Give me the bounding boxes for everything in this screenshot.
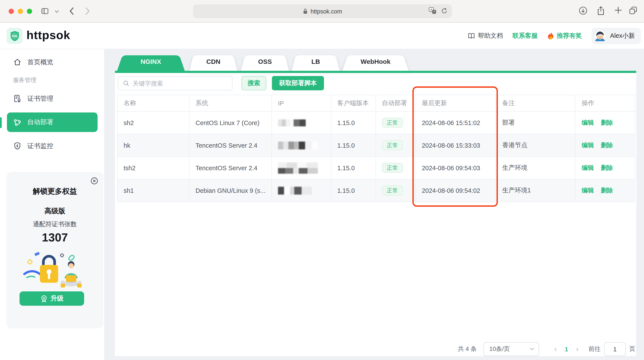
forward-button[interactable] bbox=[85, 7, 90, 15]
downloads-icon[interactable] bbox=[578, 6, 588, 15]
table-row: tsh2 TencentOS Server 2.4 1.15.0 正常 2024… bbox=[117, 156, 635, 179]
cell-os: TencentOS Server 2.4 bbox=[189, 134, 272, 156]
tab-label: LB bbox=[292, 52, 340, 71]
current-page[interactable]: 1 bbox=[561, 345, 572, 352]
status-badge: 正常 bbox=[382, 163, 403, 173]
edit-link[interactable]: 编辑 bbox=[582, 119, 594, 126]
help-docs-link[interactable]: 帮助文档 bbox=[468, 32, 503, 40]
upgrade-promo-card: 解锁更多权益 高级版 通配符证书张数 1307 bbox=[6, 172, 103, 328]
delete-link[interactable]: 删除 bbox=[601, 164, 613, 171]
deploy-icon bbox=[13, 118, 22, 127]
active-indicator bbox=[0, 117, 2, 128]
total-count: 共 4 条 bbox=[458, 345, 476, 353]
window-minimize-button[interactable] bbox=[18, 9, 23, 14]
promo-quota-label: 通配符证书张数 bbox=[6, 220, 103, 228]
tab-cdn[interactable]: CDN bbox=[190, 52, 237, 71]
redacted-ip bbox=[278, 187, 312, 194]
svg-text:A: A bbox=[430, 8, 432, 11]
brand-logo[interactable]: SSL bbox=[6, 28, 22, 44]
sidebar-section-label: 服务管理 bbox=[13, 76, 36, 84]
sidebar-item-cert-management[interactable]: 证书管理 bbox=[0, 92, 104, 106]
sidebar-item-label: 自动部署 bbox=[27, 118, 53, 126]
book-icon bbox=[468, 32, 475, 40]
sidebar-item-auto-deploy[interactable]: 自动部署 bbox=[7, 112, 98, 132]
cell-updated: 2024-08-06 09:54:03 bbox=[416, 156, 496, 179]
page-size-value: 10条/页 bbox=[489, 345, 510, 353]
contact-support-label: 联系客服 bbox=[512, 32, 538, 40]
close-icon[interactable] bbox=[91, 177, 98, 185]
search-input[interactable] bbox=[133, 80, 228, 87]
sidebar-item-label: 证书监控 bbox=[27, 142, 53, 150]
tab-nginx[interactable]: NGINX bbox=[117, 52, 185, 71]
edit-link[interactable]: 编辑 bbox=[582, 164, 594, 171]
contact-support-link[interactable]: 联系客服 bbox=[512, 32, 538, 40]
tab-label: OSS bbox=[241, 52, 289, 71]
status-badge: 正常 bbox=[382, 186, 403, 196]
referral-label: 推荐有奖 bbox=[557, 32, 582, 40]
cell-updated: 2024-08-06 15:51:02 bbox=[416, 111, 496, 134]
address-bar[interactable]: httpsok.com A* bbox=[193, 4, 452, 18]
delete-link[interactable]: 删除 bbox=[601, 141, 613, 148]
username-label: Alex小新 bbox=[610, 32, 635, 40]
redacted-ip bbox=[278, 119, 306, 126]
share-icon[interactable] bbox=[597, 6, 605, 15]
delete-link[interactable]: 删除 bbox=[601, 119, 613, 126]
chevron-down-icon bbox=[530, 347, 534, 350]
user-menu[interactable]: Alex小新 bbox=[592, 28, 641, 44]
get-deploy-script-button[interactable]: 获取部署脚本 bbox=[272, 76, 324, 90]
certificate-icon bbox=[13, 94, 22, 103]
cell-version: 1.15.0 bbox=[331, 111, 376, 134]
cell-ip bbox=[272, 134, 331, 156]
status-badge: 正常 bbox=[382, 118, 403, 128]
brand-name[interactable]: httpsok bbox=[26, 29, 70, 42]
sidebar-item-overview[interactable]: 首页概览 bbox=[0, 55, 104, 69]
upgrade-label: 升级 bbox=[50, 294, 64, 303]
promo-plan: 高级版 bbox=[6, 207, 103, 216]
reload-icon[interactable] bbox=[441, 7, 448, 14]
tab-label: NGINX bbox=[117, 52, 185, 71]
browser-chrome: httpsok.com A* bbox=[0, 0, 644, 23]
delete-link[interactable]: 删除 bbox=[601, 187, 613, 194]
next-page-button[interactable]: › bbox=[572, 345, 582, 353]
upgrade-button[interactable]: 升级 bbox=[20, 291, 84, 306]
search-button[interactable]: 搜索 bbox=[242, 76, 266, 90]
sidebar-item-label: 首页概览 bbox=[27, 58, 53, 66]
goto-page-input[interactable] bbox=[604, 342, 626, 356]
tab-lb[interactable]: LB bbox=[292, 52, 340, 71]
sidebar-item-cert-monitor[interactable]: 证书监控 bbox=[0, 139, 104, 153]
redacted-ip bbox=[278, 162, 318, 173]
window-close-button[interactable] bbox=[9, 9, 14, 14]
cell-version: 1.15.0 bbox=[331, 156, 376, 179]
tab-overview-icon[interactable] bbox=[629, 6, 638, 15]
col-autodeploy: 自动部署 bbox=[376, 95, 416, 111]
col-note: 备注 bbox=[496, 95, 575, 111]
cell-note: 生产环境 bbox=[496, 156, 575, 179]
back-button[interactable] bbox=[70, 7, 74, 15]
svg-text:*: * bbox=[434, 10, 435, 14]
cell-name: sh1 bbox=[117, 179, 189, 202]
cell-note: 香港节点 bbox=[496, 134, 575, 156]
table-row: sh1 Debian GNU/Linux 9 (s... 1.15.0 正常 2… bbox=[117, 179, 635, 202]
promo-title: 解锁更多权益 bbox=[6, 186, 103, 196]
sidebar-toggle-icon[interactable] bbox=[41, 7, 49, 15]
referral-link[interactable]: 推荐有奖 bbox=[547, 32, 582, 40]
table-row: sh2 CentOS Linux 7 (Core) 1.15.0 正常 2024… bbox=[117, 111, 635, 134]
goto-label: 前往 bbox=[588, 345, 601, 353]
app-header: SSL httpsok 帮助文档 联系客服 推荐有奖 bbox=[0, 23, 644, 49]
page-size-select[interactable]: 10条/页 bbox=[484, 342, 539, 356]
cell-ip bbox=[272, 111, 331, 134]
col-version: 客户端版本 bbox=[331, 95, 376, 111]
edit-link[interactable]: 编辑 bbox=[582, 187, 594, 194]
tab-oss[interactable]: OSS bbox=[241, 52, 289, 71]
tab-label: CDN bbox=[190, 52, 237, 71]
prev-page-button[interactable]: ‹ bbox=[550, 345, 561, 353]
window-zoom-button[interactable] bbox=[27, 9, 32, 14]
new-tab-icon[interactable] bbox=[614, 6, 622, 14]
tab-webhook[interactable]: WebHook bbox=[342, 52, 408, 71]
cell-name: sh2 bbox=[117, 111, 189, 134]
chevron-down-icon[interactable] bbox=[55, 10, 59, 13]
cell-note: 生产环境1 bbox=[496, 179, 575, 202]
translate-icon[interactable]: A* bbox=[428, 7, 437, 14]
search-icon bbox=[123, 80, 129, 86]
edit-link[interactable]: 编辑 bbox=[582, 141, 594, 148]
